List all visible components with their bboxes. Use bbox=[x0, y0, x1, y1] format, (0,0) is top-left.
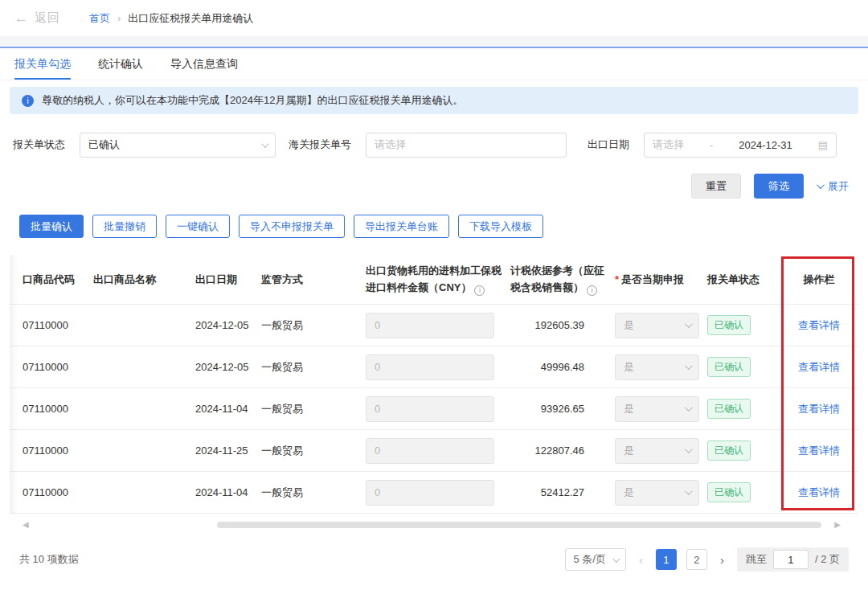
cell-tax-basis: 93926.65 bbox=[510, 403, 615, 415]
tab-statistics-confirm[interactable]: 统计确认 bbox=[98, 48, 143, 80]
status-badge: 已确认 bbox=[707, 440, 751, 461]
col-header-current-declare: *是否当期申报 bbox=[615, 272, 707, 287]
top-bar: ← 返回 首页 › 出口应征税报关单用途确认 bbox=[0, 0, 868, 36]
jump-page-input[interactable] bbox=[773, 550, 809, 569]
page-size-value: 5 条/页 bbox=[573, 552, 605, 567]
breadcrumb-separator: › bbox=[117, 12, 121, 24]
table-footer: 共 10 项数据 5 条/页 ‹ 1 2 › 跳至 / 2 页 bbox=[19, 547, 849, 572]
info-banner-text: 尊敬的纳税人，你可以在本功能中完成【2024年12月属期】的出口应征税报关单用途… bbox=[42, 93, 463, 108]
one-click-confirm-button[interactable]: 一键确认 bbox=[166, 215, 230, 238]
table-row: 07110000 2024-12-05 一般贸易 49996.48 是 已确认 … bbox=[10, 346, 858, 388]
download-template-button[interactable]: 下载导入模板 bbox=[458, 215, 543, 238]
page-size-select[interactable]: 5 条/页 bbox=[565, 548, 625, 571]
scroll-left-icon[interactable]: ◀ bbox=[23, 520, 29, 529]
batch-actions-row: 批量确认 批量撤销 一键确认 导入不申报报关单 导出报关单台账 下载导入模板 bbox=[19, 215, 868, 238]
jump-to-page-panel: 跳至 / 2 页 bbox=[737, 547, 849, 572]
table-row: 07110000 2024-12-05 一般贸易 192605.39 是 已确认… bbox=[10, 305, 858, 346]
status-badge: 已确认 bbox=[707, 357, 751, 377]
customs-no-placeholder: 请选择 bbox=[375, 137, 406, 152]
pagination-controls: 5 条/页 ‹ 1 2 › 跳至 / 2 页 bbox=[565, 547, 849, 572]
cell-tax-basis: 52412.27 bbox=[510, 486, 615, 498]
total-pages-text: / 2 页 bbox=[815, 552, 840, 567]
customs-no-label: 海关报关单号 bbox=[289, 137, 351, 152]
batch-confirm-button[interactable]: 批量确认 bbox=[19, 215, 84, 238]
bonded-amount-input bbox=[366, 313, 494, 338]
status-badge: 已确认 bbox=[707, 315, 751, 335]
breadcrumb-current page-title: 出口应征税报关单用途确认 bbox=[128, 11, 253, 26]
search-button[interactable]: 筛选 bbox=[754, 174, 804, 199]
cell-export-date: 2024-12-05 bbox=[195, 361, 261, 373]
bonded-amount-input bbox=[366, 396, 494, 422]
breadcrumb-home[interactable]: 首页 bbox=[89, 11, 110, 26]
table-row: 07110000 2024-11-25 一般贸易 122807.46 是 已确认… bbox=[10, 430, 858, 472]
status-badge: 已确认 bbox=[707, 482, 751, 502]
view-details-link[interactable]: 查看详情 bbox=[798, 445, 840, 457]
total-count-text: 共 10 项数据 bbox=[19, 552, 79, 567]
page-button-2[interactable]: 2 bbox=[686, 549, 707, 570]
col-header-commodity-code: 口商品代码 bbox=[10, 272, 93, 287]
chevron-down-icon bbox=[261, 140, 269, 148]
cell-export-date: 2024-11-25 bbox=[195, 445, 261, 457]
chevron-down-icon bbox=[612, 555, 620, 563]
current-declare-select: 是 bbox=[615, 480, 699, 506]
batch-revoke-button[interactable]: 批量撤销 bbox=[92, 215, 157, 238]
import-undeclared-button[interactable]: 导入不申报报关单 bbox=[239, 215, 345, 238]
status-filter-label: 报关单状态 bbox=[13, 137, 65, 152]
tab-import-info-query[interactable]: 导入信息查询 bbox=[170, 48, 238, 80]
next-page-button[interactable]: › bbox=[717, 553, 727, 567]
expand-label: 展开 bbox=[828, 179, 849, 194]
chevron-down-icon bbox=[685, 404, 693, 412]
col-header-commodity-name: 出口商品名称 bbox=[93, 272, 195, 287]
tab-bar: 报关单勾选 统计确认 导入信息查询 bbox=[0, 48, 868, 80]
cell-tax-basis: 192605.39 bbox=[510, 319, 615, 331]
cell-tax-basis: 49996.48 bbox=[510, 361, 615, 373]
info-circle-icon[interactable]: i bbox=[587, 285, 597, 296]
page-divider bbox=[0, 36, 868, 47]
export-date-label: 出口日期 bbox=[588, 137, 629, 152]
status-badge: 已确认 bbox=[707, 399, 751, 419]
view-details-link[interactable]: 查看详情 bbox=[798, 361, 840, 373]
cell-commodity-code: 07110000 bbox=[10, 486, 93, 498]
back-arrow-icon[interactable]: ← bbox=[14, 10, 28, 27]
page-button-1[interactable]: 1 bbox=[656, 549, 677, 570]
customs-no-input[interactable]: 请选择 bbox=[366, 133, 567, 158]
cell-supervision: 一般贸易 bbox=[261, 318, 366, 333]
cell-tax-basis: 122807.46 bbox=[510, 445, 615, 457]
scrollbar-thumb[interactable] bbox=[217, 522, 821, 528]
current-declare-select: 是 bbox=[615, 354, 699, 380]
tab-declaration-selection[interactable]: 报关单勾选 bbox=[14, 48, 71, 80]
cell-export-date: 2024-12-05 bbox=[195, 319, 261, 331]
scroll-right-icon[interactable]: ▶ bbox=[834, 520, 841, 529]
calendar-icon: ▤ bbox=[818, 139, 828, 151]
info-circle-icon[interactable]: i bbox=[474, 285, 485, 296]
view-details-link[interactable]: 查看详情 bbox=[798, 319, 840, 331]
declarations-table: 口商品代码 出口商品名称 出口日期 监管方式 出口货物耗用的进料加工保税进口料件… bbox=[10, 255, 858, 514]
cell-supervision: 一般贸易 bbox=[261, 444, 366, 458]
required-asterisk: * bbox=[615, 273, 619, 285]
back-button[interactable]: 返回 bbox=[35, 10, 60, 26]
date-end-value: 2024-12-31 bbox=[739, 139, 792, 151]
chevron-down-icon bbox=[817, 181, 825, 189]
cell-supervision: 一般贸易 bbox=[261, 486, 366, 500]
info-icon: i bbox=[22, 95, 34, 107]
cell-commodity-code: 07110000 bbox=[10, 445, 93, 457]
col-header-operations: 操作栏 bbox=[784, 272, 854, 287]
col-header-supervision: 监管方式 bbox=[261, 272, 366, 287]
info-banner: i 尊敬的纳税人，你可以在本功能中完成【2024年12月属期】的出口应征税报关单… bbox=[10, 87, 858, 114]
status-select-value: 已确认 bbox=[88, 137, 120, 152]
expand-toggle[interactable]: 展开 bbox=[817, 179, 849, 194]
cell-commodity-code: 07110000 bbox=[10, 319, 93, 331]
export-date-range-input[interactable]: 请选择 - 2024-12-31 ▤ bbox=[644, 133, 837, 158]
export-ledger-button[interactable]: 导出报关单台账 bbox=[354, 215, 449, 238]
reset-button[interactable]: 重置 bbox=[691, 174, 741, 199]
cell-commodity-code: 07110000 bbox=[10, 403, 93, 415]
status-select[interactable]: 已确认 bbox=[80, 133, 276, 158]
col-header-tax-basis: 计税依据参考（应征税含税销售额）i bbox=[510, 263, 615, 295]
filter-row: 报关单状态 已确认 海关报关单号 请选择 出口日期 请选择 - 2024-12-… bbox=[13, 132, 868, 158]
filter-actions-row: 重置 筛选 展开 bbox=[19, 174, 849, 199]
prev-page-button[interactable]: ‹ bbox=[636, 553, 646, 567]
view-details-link[interactable]: 查看详情 bbox=[798, 486, 840, 498]
view-details-link[interactable]: 查看详情 bbox=[798, 403, 840, 415]
current-declare-select: 是 bbox=[615, 396, 699, 422]
cell-export-date: 2024-11-04 bbox=[195, 486, 261, 498]
